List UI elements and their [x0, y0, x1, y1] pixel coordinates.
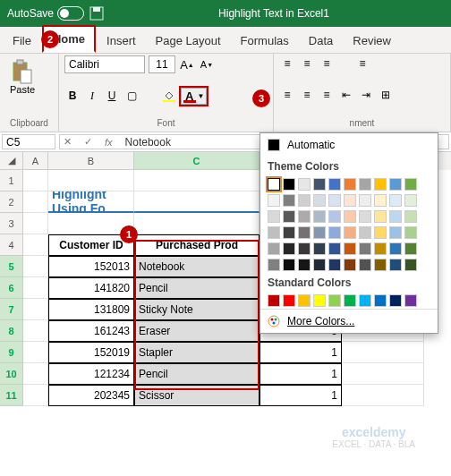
align-bottom-icon[interactable]: ≡ [319, 55, 335, 72]
font-name-input[interactable] [64, 55, 145, 73]
color-swatch[interactable] [359, 194, 371, 207]
cell[interactable]: Scissor [134, 385, 260, 406]
color-swatch[interactable] [404, 178, 417, 191]
row-header[interactable]: 7 [0, 299, 23, 320]
cell[interactable]: Stapler [134, 342, 260, 363]
select-all-corner[interactable]: ◢ [0, 152, 23, 170]
fill-color-button[interactable] [161, 88, 177, 104]
color-swatch[interactable] [359, 226, 371, 239]
paste-button[interactable]: Paste [5, 55, 39, 95]
cell[interactable]: 152019 [48, 342, 134, 363]
cell[interactable]: 121234 [48, 363, 134, 385]
color-swatch[interactable] [328, 294, 341, 307]
color-swatch[interactable] [389, 178, 402, 191]
row-header[interactable]: 9 [0, 342, 23, 363]
color-swatch[interactable] [344, 226, 356, 239]
chevron-down-icon[interactable]: ▼ [197, 92, 204, 100]
color-swatch[interactable] [344, 210, 356, 223]
tab-pagelayout[interactable]: Page Layout [147, 29, 230, 53]
wrap-text-icon[interactable]: ≡ [354, 55, 370, 72]
autosave-toggle[interactable]: AutoSave [7, 6, 84, 21]
row-header[interactable]: 10 [0, 363, 23, 385]
tab-review[interactable]: Review [344, 29, 400, 53]
row-header[interactable]: 8 [0, 320, 23, 342]
color-swatch[interactable] [374, 226, 387, 239]
cell[interactable]: 1 [260, 342, 342, 363]
tab-file[interactable]: File [4, 29, 40, 53]
cell[interactable]: 1 [260, 363, 342, 385]
cell[interactable]: Sticky Note [134, 299, 260, 320]
color-swatch[interactable] [374, 242, 387, 255]
cell[interactable]: Pencil [134, 277, 260, 299]
cell[interactable]: Notebook [134, 256, 260, 277]
color-swatch[interactable] [283, 242, 295, 255]
color-swatch[interactable] [268, 178, 280, 191]
indent-dec-icon[interactable]: ⇤ [338, 87, 354, 103]
font-color-button[interactable]: A ▼ [181, 88, 207, 105]
color-swatch[interactable] [374, 294, 387, 307]
cell[interactable]: 141820 [48, 277, 134, 299]
merge-icon[interactable]: ⊞ [378, 87, 394, 103]
color-swatch[interactable] [313, 178, 326, 191]
cell[interactable]: 1 [260, 385, 342, 406]
color-swatch[interactable] [268, 194, 280, 207]
row-header[interactable]: 6 [0, 277, 23, 299]
color-swatch[interactable] [359, 210, 371, 223]
color-swatch[interactable] [404, 194, 417, 207]
tab-formulas[interactable]: Formulas [232, 29, 298, 53]
color-swatch[interactable] [389, 242, 402, 255]
color-swatch[interactable] [344, 194, 356, 207]
col-header[interactable]: C [134, 152, 260, 170]
color-swatch[interactable] [404, 226, 417, 239]
border-button[interactable]: ▢ [123, 88, 140, 104]
color-swatch[interactable] [313, 242, 326, 255]
color-swatch[interactable] [359, 242, 371, 255]
color-swatch[interactable] [313, 226, 326, 239]
color-swatch[interactable] [404, 259, 417, 271]
cell[interactable]: 152013 [48, 256, 134, 277]
automatic-color[interactable]: Automatic [260, 133, 438, 157]
align-top-icon[interactable]: ≡ [279, 55, 295, 72]
color-swatch[interactable] [344, 259, 356, 271]
fx-icon[interactable]: fx [101, 137, 116, 148]
tab-insert[interactable]: Insert [98, 29, 145, 53]
color-swatch[interactable] [328, 210, 341, 223]
row-header[interactable]: 4 [0, 234, 23, 256]
color-swatch[interactable] [313, 194, 326, 207]
color-swatch[interactable] [328, 242, 341, 255]
color-swatch[interactable] [298, 242, 311, 255]
color-swatch[interactable] [283, 226, 295, 239]
color-swatch[interactable] [404, 242, 417, 255]
cancel-icon[interactable]: ✕ [60, 136, 75, 148]
row-header[interactable]: 2 [0, 191, 23, 213]
cell[interactable]: 202345 [48, 385, 134, 406]
color-swatch[interactable] [404, 294, 417, 307]
color-swatch[interactable] [283, 259, 295, 271]
color-swatch[interactable] [298, 294, 311, 307]
color-swatch[interactable] [389, 226, 402, 239]
increase-font-icon[interactable]: A▲ [179, 56, 195, 72]
more-colors[interactable]: More Colors... [260, 309, 438, 333]
color-swatch[interactable] [389, 259, 402, 271]
row-header[interactable]: 3 [0, 213, 23, 234]
color-swatch[interactable] [283, 178, 295, 191]
color-swatch[interactable] [328, 178, 341, 191]
color-swatch[interactable] [298, 210, 311, 223]
name-box[interactable]: C5 [2, 134, 55, 149]
color-swatch[interactable] [283, 294, 295, 307]
color-swatch[interactable] [268, 242, 280, 255]
color-swatch[interactable] [389, 194, 402, 207]
color-swatch[interactable] [344, 178, 356, 191]
color-swatch[interactable] [298, 226, 311, 239]
cell[interactable]: 161243 [48, 320, 134, 342]
color-swatch[interactable] [313, 294, 326, 307]
color-swatch[interactable] [313, 210, 326, 223]
row-header[interactable]: 11 [0, 385, 23, 406]
indent-inc-icon[interactable]: ⇥ [358, 87, 374, 103]
align-right-icon[interactable]: ≡ [319, 87, 335, 103]
color-swatch[interactable] [298, 259, 311, 271]
color-swatch[interactable] [298, 178, 311, 191]
color-swatch[interactable] [389, 294, 402, 307]
color-swatch[interactable] [313, 259, 326, 271]
color-swatch[interactable] [328, 226, 341, 239]
